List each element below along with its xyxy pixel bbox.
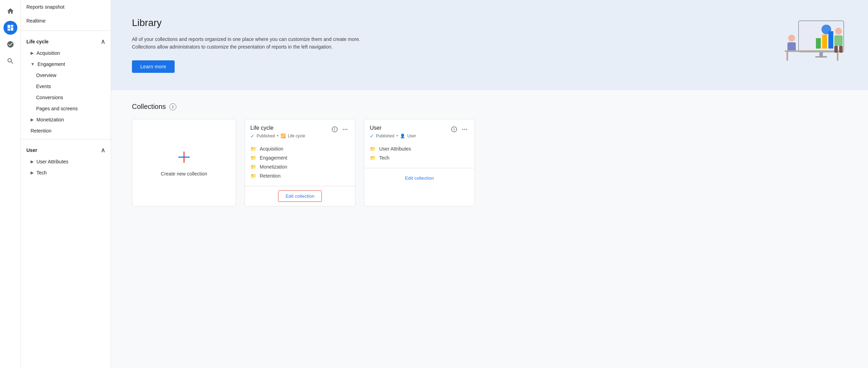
life-cycle-card-actions [330,125,350,134]
life-cycle-type-label: Life cycle [288,134,305,138]
sidebar-item-user-attributes[interactable]: ▶ User Attributes [21,156,111,167]
svg-rect-2 [816,38,821,49]
create-collection-card[interactable]: Create new collection [132,119,236,206]
user-card-status: ✓ Published • 👤 User [370,133,416,139]
sidebar-item-realtime[interactable]: Realtime [21,14,111,28]
list-item: 📁 Retention [250,171,350,180]
hero-banner: Library All of your collections and repo… [111,0,868,90]
sidebar-item-tech[interactable]: ▶ Tech [21,167,111,178]
user-collection-card: User ✓ Published • 👤 User [364,119,475,206]
user-card-title: User [370,125,416,131]
svg-rect-11 [837,52,838,61]
list-item: 📁 User Attributes [370,144,469,153]
svg-point-24 [347,129,348,130]
life-cycle-status-label: Published [257,134,275,138]
plus-icon [176,149,192,165]
sidebar-sub-item-overview[interactable]: Overview [21,70,111,81]
user-card-actions [450,125,469,134]
sidebar-item-engagement[interactable]: ▼ Engagement [21,59,111,70]
search-nav-icon[interactable] [3,54,17,68]
reports-nav-icon[interactable] [3,37,17,51]
user-info-button[interactable] [450,125,459,134]
dashboard-nav-icon[interactable] [3,21,17,35]
folder-icon: 📁 [250,146,256,152]
svg-rect-4 [828,31,833,49]
life-cycle-collection-card: Life cycle ✓ Published • 🔁 Life cycle [244,119,356,206]
life-cycle-edit-collection-button[interactable]: Edit collection [278,190,322,202]
folder-icon: 📁 [250,164,256,170]
engagement-arrow-icon: ▼ [31,62,35,67]
svg-rect-13 [834,35,843,46]
sidebar-sub-item-conversions[interactable]: Conversions [21,92,111,103]
sidebar-section-user[interactable]: User ∧ [21,142,111,156]
user-status-label: Published [376,134,394,138]
monetization-arrow-icon: ▶ [31,117,34,122]
svg-rect-10 [786,52,788,61]
create-collection-label: Create new collection [161,171,207,177]
tech-arrow-icon: ▶ [31,170,34,175]
sidebar-sub-item-events[interactable]: Events [21,81,111,92]
sidebar-item-monetization[interactable]: ▶ Monetization [21,114,111,125]
learn-more-button[interactable]: Learn more [132,60,175,73]
life-cycle-type-icon: 🔁 [281,134,286,138]
svg-point-30 [466,129,467,130]
collections-header: Collections i [132,103,847,111]
home-nav-icon[interactable] [3,4,17,18]
life-cycle-status-dot: • [277,134,278,138]
sidebar-item-retention[interactable]: Retention [21,125,111,136]
life-cycle-more-button[interactable] [341,125,350,134]
svg-point-7 [788,35,795,42]
sidebar-section-life-cycle[interactable]: Life cycle ∧ [21,34,111,48]
svg-point-22 [343,129,344,130]
user-attributes-arrow-icon: ▶ [31,159,34,164]
list-item-label: Monetization [260,164,287,170]
svg-point-29 [464,129,465,130]
life-cycle-card-footer: Edit collection [245,186,355,206]
sidebar-divider-1 [21,31,111,31]
user-edit-collection-button[interactable]: Edit collection [398,172,441,184]
user-more-button[interactable] [460,125,469,134]
svg-rect-14 [834,46,838,53]
user-title-block: User ✓ Published • 👤 User [370,125,416,139]
sidebar-divider-2 [21,139,111,139]
sidebar-item-acquisition[interactable]: ▶ Acquisition [21,48,111,59]
life-cycle-card-header: Life cycle ✓ Published • 🔁 Life cycle [245,119,355,142]
list-item-label: Acquisition [260,146,283,152]
folder-icon: 📁 [370,155,376,161]
list-item-label: User Attributes [379,146,411,152]
svg-rect-5 [819,52,823,56]
user-card-header: User ✓ Published • 👤 User [364,119,475,142]
svg-rect-9 [785,50,840,52]
list-item-label: Tech [379,155,390,161]
user-status-check-icon: ✓ [370,133,374,139]
svg-point-23 [345,129,346,130]
illustration-svg [778,17,847,73]
user-status-dot: • [397,134,398,138]
list-item: 📁 Monetization [250,162,350,171]
svg-rect-15 [839,46,843,53]
sidebar-item-reports-snapshot[interactable]: Reports snapshot [21,0,111,14]
user-card-body: 📁 User Attributes 📁 Tech [364,142,475,168]
svg-point-12 [835,28,842,35]
list-item-label: Engagement [260,155,287,161]
life-cycle-card-title: Life cycle [250,125,305,131]
life-cycle-info-button[interactable] [330,125,339,134]
sidebar: Reports snapshot Realtime Life cycle ∧ ▶… [21,0,111,368]
cards-row: Create new collection Life cycle ✓ Publi… [132,119,847,206]
svg-point-16 [821,25,831,34]
user-type-icon: 👤 [400,134,405,138]
user-chevron-icon: ∧ [101,146,105,154]
collections-info-icon[interactable]: i [169,103,176,110]
life-cycle-title-block: Life cycle ✓ Published • 🔁 Life cycle [250,125,305,139]
sidebar-sub-item-pages-and-screens[interactable]: Pages and screens [21,103,111,114]
folder-icon: 📁 [370,146,376,152]
folder-icon: 📁 [250,155,256,161]
user-type-label: User [407,134,416,138]
list-item-label: Retention [260,173,281,179]
hero-illustration [778,17,847,73]
life-cycle-card-status: ✓ Published • 🔁 Life cycle [250,133,305,139]
life-cycle-chevron-icon: ∧ [101,38,105,45]
svg-rect-6 [815,56,827,58]
hero-description: All of your collections and reports orga… [132,35,368,51]
page-title: Library [132,17,368,28]
